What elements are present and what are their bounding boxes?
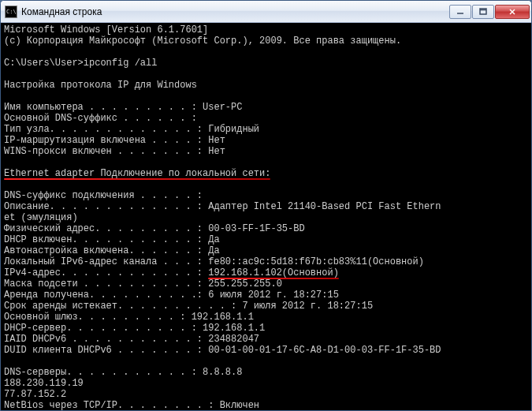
text-line: Настройка протокола IP для Windows [4, 80, 528, 91]
text-line: DHCP-сервер. . . . . . . . . . . : 192.1… [4, 323, 528, 334]
text-line: DNS-суффикс подключения . . . . . : [4, 190, 528, 201]
ipv4-line: IPv4-адрес. . . . . . . . . . . . : 192.… [4, 267, 528, 278]
text-line: Локальный IPv6-адрес канала . . . : fe80… [4, 256, 528, 267]
text-line: et (эмуляция) [4, 212, 528, 223]
text-line: Основной DNS-суффикс . . . . . . : [4, 113, 528, 124]
text-line: WINS-прокси включен . . . . . . . : Нет [4, 146, 528, 157]
text-line [4, 69, 528, 80]
text-line: NetBios через TCP/IP. . . . . . . . : Вк… [4, 400, 528, 411]
text-line: Имя компьютера . . . . . . . . . : User-… [4, 102, 528, 113]
text-line: Автонастройка включена. . . . . . : Да [4, 245, 528, 256]
text-line: IP-маршрутизация включена . . . . : Нет [4, 135, 528, 146]
maximize-button[interactable] [472, 5, 494, 19]
highlight-underline: 192.168.1.102(Основной) [208, 267, 339, 278]
minimize-button[interactable] [449, 5, 471, 19]
highlight-underline: Ethernet adapter Подключение по локально… [4, 168, 270, 179]
text-line [4, 179, 528, 190]
titlebar[interactable]: Командная строка [1, 1, 531, 23]
text-line: Microsoft Windows [Version 6.1.7601] [4, 24, 528, 35]
window-controls [448, 5, 530, 19]
console-output[interactable]: Microsoft Windows [Version 6.1.7601] (c)… [1, 23, 531, 411]
window-title: Командная строка [21, 6, 448, 17]
text-line: DUID клиента DHCPv6 . . . . . . . : 00-0… [4, 345, 528, 356]
prompt-line: C:\Users\User>ipconfig /all [4, 58, 528, 69]
adapter-header: Ethernet adapter Подключение по локально… [4, 168, 528, 179]
text-line: Тип узла. . . . . . . . . . . . . : Гибр… [4, 124, 528, 135]
text-line: Физический адрес. . . . . . . . . : 00-0… [4, 223, 528, 234]
cmd-icon [5, 6, 17, 18]
text-line [4, 91, 528, 102]
text-line: (c) Корпорация Майкрософт (Microsoft Cor… [4, 35, 528, 47]
text-line: 188.230.119.19 [4, 378, 528, 389]
text-line: DNS-серверы. . . . . . . . . . . : 8.8.8… [4, 367, 528, 378]
text-line: IAID DHCPv6 . . . . . . . . . . . : 2348… [4, 334, 528, 345]
text-line: Аренда получена. . . . . . . . . .: 6 ию… [4, 290, 528, 301]
cmd-window: Командная строка Microsoft Windows [Vers… [0, 0, 532, 411]
text-line [4, 157, 528, 168]
text-line: Маска подсети . . . . . . . . . . : 255.… [4, 278, 528, 290]
text-line [4, 356, 528, 367]
text-line [4, 47, 528, 58]
text-line: Описание. . . . . . . . . . . . . : Адап… [4, 201, 528, 212]
text-line: Срок аренды истекает. . . . . . . . . . … [4, 301, 528, 312]
text-line: 77.87.152.2 [4, 389, 528, 400]
text-line: Основной шлюз. . . . . . . . . : 192.168… [4, 312, 528, 323]
text-line: DHCP включен. . . . . . . . . . . : Да [4, 234, 528, 245]
close-button[interactable] [495, 5, 530, 19]
